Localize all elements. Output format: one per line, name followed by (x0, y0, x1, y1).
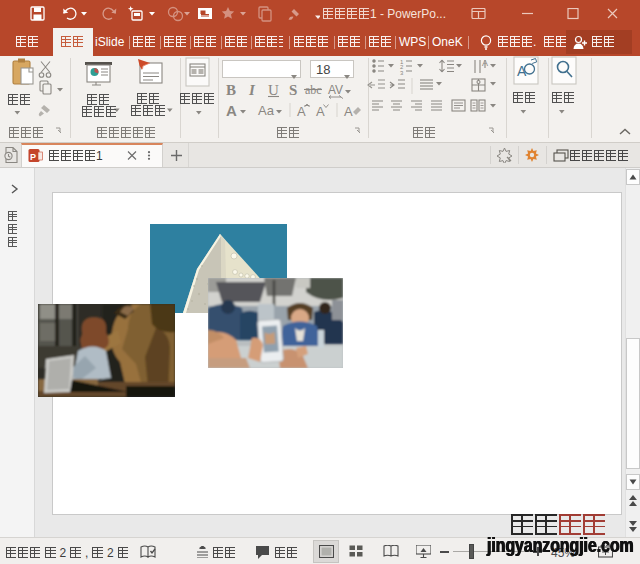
svg-text:A: A (226, 102, 237, 119)
svg-text:I: I (248, 82, 256, 98)
svg-text:A: A (316, 104, 325, 119)
svg-text:3: 3 (400, 70, 404, 76)
svg-text:Aa: Aa (258, 103, 275, 118)
svg-text:AV: AV (328, 83, 343, 97)
svg-text:S: S (289, 82, 297, 98)
svg-text:A: A (344, 104, 353, 119)
svg-text:A: A (482, 58, 488, 68)
svg-text:P: P (30, 152, 36, 162)
svg-text:B: B (226, 82, 236, 98)
svg-text:U: U (268, 82, 279, 98)
